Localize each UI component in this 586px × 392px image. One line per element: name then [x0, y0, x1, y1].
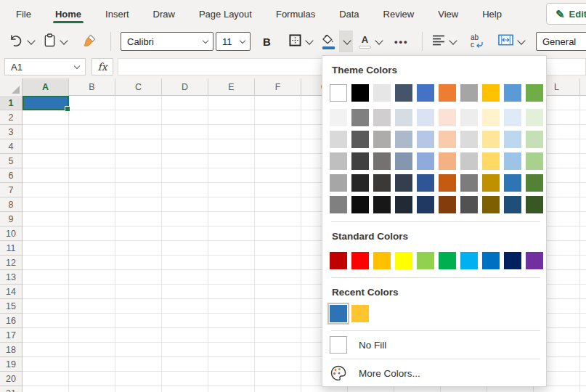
- row-header-4[interactable]: 4: [0, 139, 22, 154]
- merge-cells-button[interactable]: [498, 28, 524, 55]
- column-header-B[interactable]: B: [69, 78, 115, 96]
- row-header-15[interactable]: 15: [0, 299, 22, 314]
- row-header-2[interactable]: 2: [0, 110, 22, 125]
- color-swatch[interactable]: [526, 252, 543, 269]
- color-swatch[interactable]: [460, 196, 478, 213]
- color-swatch[interactable]: [417, 84, 434, 102]
- color-swatch[interactable]: [526, 109, 543, 126]
- color-swatch[interactable]: [504, 109, 521, 126]
- color-swatch[interactable]: [330, 305, 347, 322]
- color-swatch[interactable]: [351, 252, 369, 269]
- color-swatch[interactable]: [330, 174, 347, 192]
- color-swatch[interactable]: [351, 131, 369, 148]
- name-box[interactable]: A1: [4, 58, 86, 75]
- color-swatch[interactable]: [417, 131, 434, 148]
- color-swatch[interactable]: [373, 252, 391, 269]
- fill-color-button[interactable]: [320, 28, 353, 55]
- color-swatch[interactable]: [373, 84, 391, 102]
- borders-button[interactable]: [289, 28, 312, 55]
- color-swatch[interactable]: [351, 305, 369, 322]
- color-swatch[interactable]: [439, 84, 456, 102]
- color-swatch[interactable]: [526, 196, 543, 213]
- color-swatch[interactable]: [395, 152, 412, 170]
- column-header-C[interactable]: C: [115, 78, 162, 96]
- color-swatch[interactable]: [526, 131, 543, 148]
- bold-button[interactable]: B: [263, 28, 271, 55]
- column-header-E[interactable]: E: [208, 78, 255, 96]
- chevron-down-icon[interactable]: [60, 36, 68, 44]
- no-fill-option[interactable]: No Fill: [322, 332, 546, 357]
- color-swatch[interactable]: [417, 152, 434, 170]
- color-swatch[interactable]: [526, 84, 543, 102]
- tab-help[interactable]: Help: [482, 1, 502, 27]
- row-header-7[interactable]: 7: [0, 183, 22, 197]
- select-all-corner[interactable]: [0, 78, 23, 96]
- color-swatch[interactable]: [460, 109, 478, 126]
- tab-insert[interactable]: Insert: [105, 1, 129, 27]
- color-swatch[interactable]: [373, 109, 391, 126]
- color-swatch[interactable]: [439, 109, 456, 126]
- paste-button[interactable]: [44, 28, 67, 55]
- row-header-21[interactable]: 21: [0, 386, 22, 392]
- tab-page-layout[interactable]: Page Layout: [199, 1, 252, 27]
- tab-file[interactable]: File: [16, 1, 31, 27]
- tab-view[interactable]: View: [438, 1, 458, 27]
- more-colors-option[interactable]: More Colors...: [322, 361, 546, 385]
- color-swatch[interactable]: [417, 196, 434, 213]
- format-painter-button[interactable]: [83, 28, 97, 55]
- color-swatch[interactable]: [395, 252, 412, 269]
- column-header-F[interactable]: F: [255, 78, 301, 96]
- color-swatch[interactable]: [351, 196, 369, 213]
- column-header-D[interactable]: D: [162, 78, 208, 96]
- chevron-down-icon[interactable]: [305, 36, 313, 44]
- color-swatch[interactable]: [373, 131, 391, 148]
- color-swatch[interactable]: [351, 152, 369, 170]
- fill-handle[interactable]: [65, 106, 70, 112]
- row-header-17[interactable]: 17: [0, 328, 22, 343]
- color-swatch[interactable]: [460, 84, 478, 102]
- row-header-18[interactable]: 18: [0, 343, 22, 357]
- chevron-down-icon[interactable]: [27, 36, 35, 44]
- color-swatch[interactable]: [417, 109, 434, 126]
- color-swatch[interactable]: [395, 84, 412, 102]
- column-header-M[interactable]: M: [580, 78, 586, 96]
- selected-cell[interactable]: [23, 96, 69, 110]
- font-color-button[interactable]: A: [359, 28, 382, 55]
- more-font-options-button[interactable]: •••: [394, 28, 409, 55]
- color-swatch[interactable]: [482, 131, 500, 148]
- chevron-down-icon[interactable]: [449, 36, 457, 44]
- tab-draw[interactable]: Draw: [153, 1, 175, 27]
- row-header-1[interactable]: 1: [0, 96, 22, 110]
- row-header-19[interactable]: 19: [0, 357, 22, 372]
- color-swatch[interactable]: [460, 174, 478, 192]
- color-swatch[interactable]: [417, 252, 434, 269]
- editing-mode-button[interactable]: ✎ Editing: [546, 3, 586, 25]
- color-swatch[interactable]: [482, 252, 500, 269]
- color-swatch[interactable]: [460, 152, 478, 170]
- row-header-11[interactable]: 11: [0, 241, 22, 256]
- color-swatch[interactable]: [330, 252, 347, 269]
- color-swatch[interactable]: [395, 196, 412, 213]
- row-header-13[interactable]: 13: [0, 270, 22, 285]
- color-swatch[interactable]: [504, 252, 521, 269]
- color-swatch[interactable]: [526, 152, 543, 170]
- fill-color-dropdown-open[interactable]: [339, 30, 353, 52]
- font-size-select[interactable]: 11: [216, 32, 251, 51]
- row-header-6[interactable]: 6: [0, 168, 22, 183]
- color-swatch[interactable]: [330, 152, 347, 170]
- color-swatch[interactable]: [439, 252, 456, 269]
- color-swatch[interactable]: [439, 152, 456, 170]
- color-swatch[interactable]: [504, 152, 521, 170]
- chevron-down-icon[interactable]: [517, 36, 525, 44]
- color-swatch[interactable]: [439, 174, 456, 192]
- color-swatch[interactable]: [373, 174, 391, 192]
- color-swatch[interactable]: [460, 252, 478, 269]
- insert-function-button[interactable]: fx: [91, 58, 113, 75]
- tab-review[interactable]: Review: [383, 1, 415, 27]
- row-header-14[interactable]: 14: [0, 285, 22, 299]
- color-swatch[interactable]: [330, 196, 347, 213]
- color-swatch[interactable]: [482, 152, 500, 170]
- tab-home[interactable]: Home: [55, 1, 81, 27]
- color-swatch[interactable]: [482, 196, 500, 213]
- font-name-select[interactable]: Calibri: [121, 32, 213, 51]
